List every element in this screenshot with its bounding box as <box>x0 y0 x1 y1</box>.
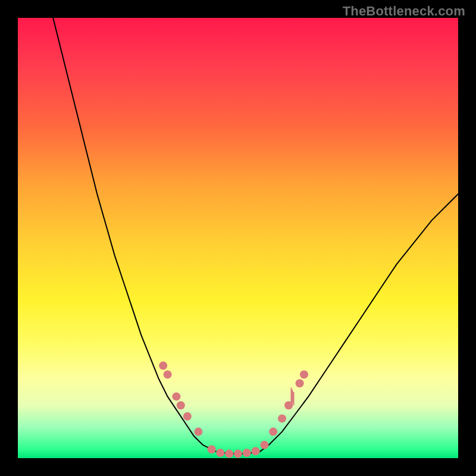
chart-frame: TheBottleneck.com <box>0 0 476 476</box>
marker-dot <box>177 401 185 409</box>
marker-dot <box>252 447 260 455</box>
marker-dot <box>172 392 180 400</box>
marker-dot <box>234 450 242 458</box>
marker-dot <box>284 401 293 409</box>
marker-dot <box>260 441 268 449</box>
marker-dot <box>225 450 233 458</box>
marker-dot <box>243 449 251 457</box>
marker-dot <box>164 370 172 378</box>
marker-dot <box>216 449 224 457</box>
chart-svg <box>18 18 458 458</box>
marker-layer <box>159 362 308 458</box>
plot-area <box>18 18 458 458</box>
marker-dot <box>194 428 202 436</box>
watermark-text: TheBottleneck.com <box>343 4 465 19</box>
marker-dot <box>300 370 308 378</box>
bottleneck-curve <box>53 18 458 454</box>
marker-dot <box>208 445 216 453</box>
curve-layer <box>53 18 458 454</box>
marker-dot <box>296 379 304 387</box>
marker-dot <box>183 412 192 421</box>
marker-dot <box>278 414 286 422</box>
marker-dot <box>269 428 277 436</box>
marker-dot <box>159 362 167 370</box>
